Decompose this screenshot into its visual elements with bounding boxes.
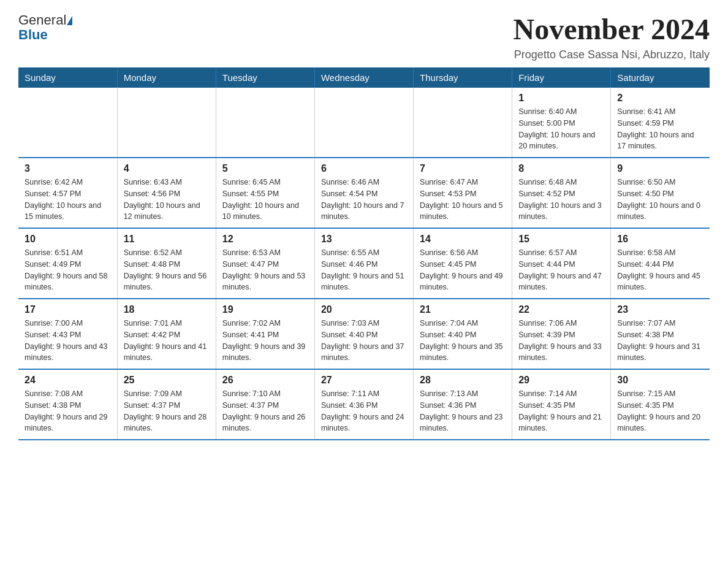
day-number: 19 bbox=[222, 304, 308, 315]
col-tuesday: Tuesday bbox=[216, 67, 314, 88]
day-number: 26 bbox=[222, 375, 308, 386]
day-info: Sunrise: 6:46 AM Sunset: 4:54 PM Dayligh… bbox=[321, 177, 407, 223]
col-saturday: Saturday bbox=[611, 67, 710, 88]
calendar-cell-w2d3: 5Sunrise: 6:45 AM Sunset: 4:55 PM Daylig… bbox=[216, 158, 314, 228]
page-title: November 2024 bbox=[514, 12, 710, 46]
calendar-week-3: 10Sunrise: 6:51 AM Sunset: 4:49 PM Dayli… bbox=[18, 228, 710, 299]
calendar-cell-w3d2: 11Sunrise: 6:52 AM Sunset: 4:48 PM Dayli… bbox=[117, 228, 216, 299]
calendar-cell-w4d1: 17Sunrise: 7:00 AM Sunset: 4:43 PM Dayli… bbox=[18, 299, 117, 369]
calendar-cell-w5d4: 27Sunrise: 7:11 AM Sunset: 4:36 PM Dayli… bbox=[314, 369, 413, 440]
day-info: Sunrise: 6:43 AM Sunset: 4:56 PM Dayligh… bbox=[124, 177, 210, 223]
calendar-cell-w2d6: 8Sunrise: 6:48 AM Sunset: 4:52 PM Daylig… bbox=[512, 158, 611, 228]
day-number: 7 bbox=[420, 163, 506, 174]
calendar-cell-w4d2: 18Sunrise: 7:01 AM Sunset: 4:42 PM Dayli… bbox=[117, 299, 216, 369]
day-info: Sunrise: 6:40 AM Sunset: 5:00 PM Dayligh… bbox=[518, 106, 604, 152]
day-number: 1 bbox=[518, 93, 604, 104]
calendar-cell-w1d1 bbox=[18, 88, 117, 158]
day-number: 24 bbox=[25, 375, 111, 386]
calendar-cell-w3d1: 10Sunrise: 6:51 AM Sunset: 4:49 PM Dayli… bbox=[18, 228, 117, 299]
calendar-cell-w1d6: 1Sunrise: 6:40 AM Sunset: 5:00 PM Daylig… bbox=[512, 88, 611, 158]
calendar-header: Sunday Monday Tuesday Wednesday Thursday… bbox=[18, 67, 710, 88]
day-info: Sunrise: 7:00 AM Sunset: 4:43 PM Dayligh… bbox=[25, 318, 111, 364]
day-info: Sunrise: 7:04 AM Sunset: 4:40 PM Dayligh… bbox=[420, 318, 506, 364]
day-number: 11 bbox=[124, 234, 210, 245]
title-block: November 2024 Progetto Case Sassa Nsi, A… bbox=[514, 12, 710, 61]
day-number: 30 bbox=[617, 375, 703, 386]
page-header: General Blue November 2024 Progetto Case… bbox=[18, 12, 710, 61]
calendar-cell-w3d5: 14Sunrise: 6:56 AM Sunset: 4:45 PM Dayli… bbox=[414, 228, 512, 299]
day-info: Sunrise: 6:48 AM Sunset: 4:52 PM Dayligh… bbox=[518, 177, 604, 223]
day-number: 14 bbox=[420, 234, 506, 245]
day-number: 25 bbox=[124, 375, 210, 386]
day-number: 10 bbox=[25, 234, 111, 245]
day-info: Sunrise: 6:58 AM Sunset: 4:44 PM Dayligh… bbox=[617, 247, 703, 293]
day-info: Sunrise: 7:06 AM Sunset: 4:39 PM Dayligh… bbox=[518, 318, 604, 364]
day-number: 15 bbox=[518, 234, 604, 245]
calendar-cell-w3d6: 15Sunrise: 6:57 AM Sunset: 4:44 PM Dayli… bbox=[512, 228, 611, 299]
col-wednesday: Wednesday bbox=[314, 67, 413, 88]
day-info: Sunrise: 6:47 AM Sunset: 4:53 PM Dayligh… bbox=[420, 177, 506, 223]
calendar-cell-w5d6: 29Sunrise: 7:14 AM Sunset: 4:35 PM Dayli… bbox=[512, 369, 611, 440]
calendar-table: Sunday Monday Tuesday Wednesday Thursday… bbox=[18, 67, 710, 440]
calendar-cell-w1d5 bbox=[414, 88, 512, 158]
day-number: 27 bbox=[321, 375, 407, 386]
calendar-week-1: 1Sunrise: 6:40 AM Sunset: 5:00 PM Daylig… bbox=[18, 88, 710, 158]
day-info: Sunrise: 7:13 AM Sunset: 4:36 PM Dayligh… bbox=[420, 388, 506, 434]
calendar-cell-w4d4: 20Sunrise: 7:03 AM Sunset: 4:40 PM Dayli… bbox=[314, 299, 413, 369]
calendar-cell-w2d4: 6Sunrise: 6:46 AM Sunset: 4:54 PM Daylig… bbox=[314, 158, 413, 228]
day-info: Sunrise: 6:57 AM Sunset: 4:44 PM Dayligh… bbox=[518, 247, 604, 293]
calendar-cell-w2d1: 3Sunrise: 6:42 AM Sunset: 4:57 PM Daylig… bbox=[18, 158, 117, 228]
calendar-cell-w5d1: 24Sunrise: 7:08 AM Sunset: 4:38 PM Dayli… bbox=[18, 369, 117, 440]
day-info: Sunrise: 7:02 AM Sunset: 4:41 PM Dayligh… bbox=[222, 318, 308, 364]
day-number: 17 bbox=[25, 304, 111, 315]
day-number: 21 bbox=[420, 304, 506, 315]
day-info: Sunrise: 7:10 AM Sunset: 4:37 PM Dayligh… bbox=[222, 388, 308, 434]
logo: General Blue bbox=[18, 12, 72, 43]
day-number: 12 bbox=[222, 234, 308, 245]
calendar-cell-w3d4: 13Sunrise: 6:55 AM Sunset: 4:46 PM Dayli… bbox=[314, 228, 413, 299]
day-info: Sunrise: 6:56 AM Sunset: 4:45 PM Dayligh… bbox=[420, 247, 506, 293]
calendar-cell-w5d7: 30Sunrise: 7:15 AM Sunset: 4:35 PM Dayli… bbox=[611, 369, 710, 440]
calendar-cell-w2d5: 7Sunrise: 6:47 AM Sunset: 4:53 PM Daylig… bbox=[414, 158, 512, 228]
day-number: 2 bbox=[617, 93, 703, 104]
calendar-week-5: 24Sunrise: 7:08 AM Sunset: 4:38 PM Dayli… bbox=[18, 369, 710, 440]
day-number: 9 bbox=[617, 163, 703, 174]
calendar-cell-w1d7: 2Sunrise: 6:41 AM Sunset: 4:59 PM Daylig… bbox=[611, 88, 710, 158]
day-number: 8 bbox=[518, 163, 604, 174]
calendar-cell-w2d2: 4Sunrise: 6:43 AM Sunset: 4:56 PM Daylig… bbox=[117, 158, 216, 228]
header-row: Sunday Monday Tuesday Wednesday Thursday… bbox=[18, 67, 710, 88]
day-number: 16 bbox=[617, 234, 703, 245]
day-info: Sunrise: 7:11 AM Sunset: 4:36 PM Dayligh… bbox=[321, 388, 407, 434]
day-number: 28 bbox=[420, 375, 506, 386]
calendar-cell-w4d7: 23Sunrise: 7:07 AM Sunset: 4:38 PM Dayli… bbox=[611, 299, 710, 369]
day-number: 5 bbox=[222, 163, 308, 174]
calendar-body: 1Sunrise: 6:40 AM Sunset: 5:00 PM Daylig… bbox=[18, 88, 710, 440]
calendar-cell-w2d7: 9Sunrise: 6:50 AM Sunset: 4:50 PM Daylig… bbox=[611, 158, 710, 228]
logo-line1: General bbox=[18, 12, 72, 28]
col-sunday: Sunday bbox=[18, 67, 117, 88]
day-number: 18 bbox=[124, 304, 210, 315]
day-info: Sunrise: 7:08 AM Sunset: 4:38 PM Dayligh… bbox=[25, 388, 111, 434]
day-info: Sunrise: 7:14 AM Sunset: 4:35 PM Dayligh… bbox=[518, 388, 604, 434]
day-info: Sunrise: 7:03 AM Sunset: 4:40 PM Dayligh… bbox=[321, 318, 407, 364]
calendar-cell-w5d3: 26Sunrise: 7:10 AM Sunset: 4:37 PM Dayli… bbox=[216, 369, 314, 440]
calendar-week-2: 3Sunrise: 6:42 AM Sunset: 4:57 PM Daylig… bbox=[18, 158, 710, 228]
day-info: Sunrise: 7:01 AM Sunset: 4:42 PM Dayligh… bbox=[124, 318, 210, 364]
calendar-week-4: 17Sunrise: 7:00 AM Sunset: 4:43 PM Dayli… bbox=[18, 299, 710, 369]
day-number: 29 bbox=[518, 375, 604, 386]
day-info: Sunrise: 6:41 AM Sunset: 4:59 PM Dayligh… bbox=[617, 106, 703, 152]
calendar-cell-w1d2 bbox=[117, 88, 216, 158]
col-friday: Friday bbox=[512, 67, 611, 88]
day-info: Sunrise: 6:42 AM Sunset: 4:57 PM Dayligh… bbox=[25, 177, 111, 223]
day-info: Sunrise: 7:07 AM Sunset: 4:38 PM Dayligh… bbox=[617, 318, 703, 364]
logo-blue-text: Blue bbox=[18, 27, 48, 43]
day-number: 13 bbox=[321, 234, 407, 245]
calendar-cell-w4d6: 22Sunrise: 7:06 AM Sunset: 4:39 PM Dayli… bbox=[512, 299, 611, 369]
calendar-cell-w5d2: 25Sunrise: 7:09 AM Sunset: 4:37 PM Dayli… bbox=[117, 369, 216, 440]
calendar-cell-w1d4 bbox=[314, 88, 413, 158]
day-info: Sunrise: 6:51 AM Sunset: 4:49 PM Dayligh… bbox=[25, 247, 111, 293]
col-thursday: Thursday bbox=[414, 67, 512, 88]
day-info: Sunrise: 6:52 AM Sunset: 4:48 PM Dayligh… bbox=[124, 247, 210, 293]
day-number: 20 bbox=[321, 304, 407, 315]
calendar-cell-w1d3 bbox=[216, 88, 314, 158]
